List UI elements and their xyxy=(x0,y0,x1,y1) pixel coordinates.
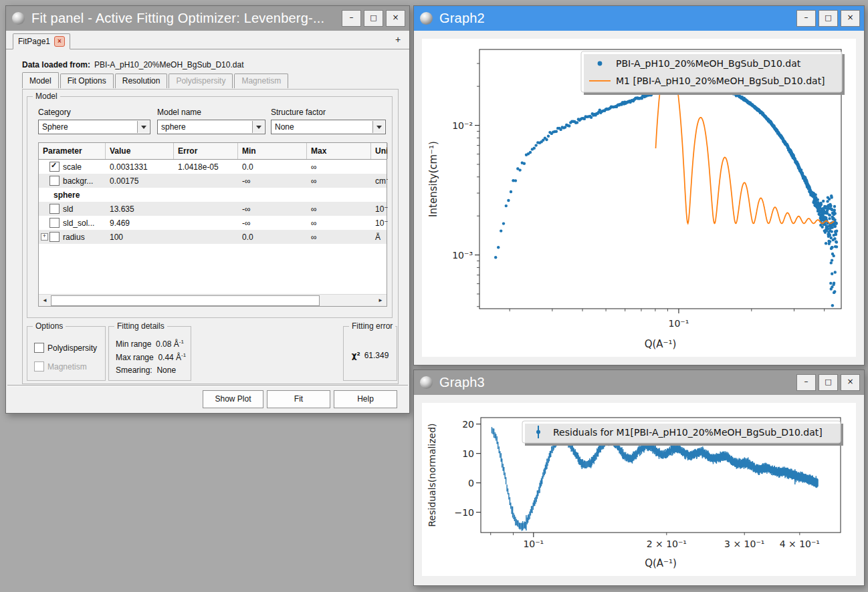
close-button[interactable]: × xyxy=(386,10,405,27)
tab-model[interactable]: Model xyxy=(22,72,59,88)
group-row-label: sphere xyxy=(39,190,306,200)
column-header-max[interactable]: Max xyxy=(307,143,371,159)
chevron-down-icon[interactable] xyxy=(372,121,385,133)
parameter-checkbox[interactable] xyxy=(49,232,60,242)
data-loaded-label: Data loaded from: xyxy=(22,60,90,69)
svg-text:Q(A⁻¹): Q(A⁻¹) xyxy=(645,338,677,350)
graph3-window-controls: –□× xyxy=(794,374,860,391)
svg-text:0: 0 xyxy=(468,478,474,488)
fitpage-tab-label: FitPage1 xyxy=(18,37,50,46)
options-groupbox-legend: Options xyxy=(33,321,66,331)
svg-text:20: 20 xyxy=(462,419,474,430)
fit-panel-titlebar[interactable]: Fit panel - Active Fitting Optimizer: Le… xyxy=(6,6,409,31)
category-value: Sphere xyxy=(42,122,68,132)
table-row-sld_sol[interactable]: sld_sol...9.469-∞∞10⁻⁶ xyxy=(39,216,387,230)
column-header-error[interactable]: Error xyxy=(174,143,238,159)
minimize-button[interactable]: – xyxy=(796,374,816,391)
tab-magnetism: Magnetism xyxy=(234,73,288,88)
table-row-radius[interactable]: +radius1000.0∞Å xyxy=(39,230,387,244)
action-button-row: Show PlotFitHelp xyxy=(6,389,409,409)
graph2-titlebar[interactable]: Graph2 –□× xyxy=(414,6,864,31)
sasview-sphere-icon xyxy=(420,12,433,25)
expand-icon[interactable]: + xyxy=(41,233,48,241)
parameter-max: ∞ xyxy=(307,204,371,214)
parameter-min: -∞ xyxy=(238,218,307,228)
option-row: Magnetism xyxy=(34,361,87,372)
svg-text:M1 [PBI-A_pH10_20%MeOH_BgSub_D: M1 [PBI-A_pH10_20%MeOH_BgSub_D10.dat] xyxy=(616,76,825,86)
close-button[interactable]: × xyxy=(841,10,860,27)
magnetism-label: Magnetism xyxy=(47,362,87,372)
fitting-detail-row: Min range 0.08 Å-1 xyxy=(116,339,184,349)
maximize-button[interactable]: □ xyxy=(364,10,383,27)
show-plot-button[interactable]: Show Plot xyxy=(203,390,263,408)
svg-text:PBI-A_pH10_20%MeOH_BgSub_D10.d: PBI-A_pH10_20%MeOH_BgSub_D10.dat xyxy=(616,58,801,69)
column-header-parameter[interactable]: Parameter xyxy=(39,143,106,159)
table-row-scale[interactable]: scale0.00313311.0418e-050.0∞ xyxy=(39,160,387,174)
parameter-name: sld xyxy=(63,204,73,214)
graph2-figure: 10⁻¹10⁻²10⁻³Q(A⁻¹)Intensity(cm⁻¹)PBI-A_p… xyxy=(422,39,856,357)
scroll-right-arrow-icon[interactable]: ► xyxy=(375,295,386,305)
parameter-max: ∞ xyxy=(307,176,371,186)
parameter-table[interactable]: ParameterValueErrorMinMaxUnits scale0.00… xyxy=(38,142,387,307)
tab-fit-options[interactable]: Fit Options xyxy=(60,73,114,88)
tab-polydispersity: Polydispersity xyxy=(169,73,233,88)
parameter-units: 10⁻⁶ xyxy=(371,218,388,228)
minimize-button[interactable]: – xyxy=(796,10,816,27)
parameter-name: radius xyxy=(63,233,85,242)
parameter-checkbox[interactable] xyxy=(49,162,60,172)
parameter-name: scale xyxy=(63,162,82,172)
chevron-down-icon[interactable] xyxy=(137,121,149,133)
table-row-sld[interactable]: sld13.635-∞∞10⁻⁶ xyxy=(39,202,387,216)
svg-text:Residuals for M1[PBI-A_pH10_20: Residuals for M1[PBI-A_pH10_20%MeOH_BgSu… xyxy=(553,427,823,438)
parameter-value[interactable]: 0.00175 xyxy=(106,176,174,186)
parameter-checkbox[interactable] xyxy=(49,218,60,228)
fit-button[interactable]: Fit xyxy=(267,390,330,408)
sasview-sphere-icon xyxy=(420,376,433,389)
add-tab-button[interactable]: + xyxy=(392,33,404,45)
scrollbar-thumb[interactable] xyxy=(51,295,320,306)
column-header-value[interactable]: Value xyxy=(106,143,174,159)
sasview-sphere-icon xyxy=(12,12,25,25)
table-row-sphere[interactable]: sphere xyxy=(39,188,387,202)
close-button[interactable]: × xyxy=(841,374,860,391)
fitpage-tab[interactable]: FitPage1 × xyxy=(13,33,70,49)
chevron-down-icon[interactable] xyxy=(252,121,264,133)
model-name-value: sphere xyxy=(161,122,186,132)
parameter-value[interactable]: 13.635 xyxy=(106,204,174,214)
svg-text:Intensity(cm⁻¹): Intensity(cm⁻¹) xyxy=(427,141,439,217)
table-row-backgr[interactable]: backgr...0.00175-∞∞cm⁻¹ xyxy=(39,174,387,188)
parameter-units: cm⁻¹ xyxy=(371,176,388,186)
parameter-checkbox[interactable] xyxy=(49,176,60,186)
parameter-value[interactable]: 9.469 xyxy=(106,218,174,228)
column-header-min[interactable]: Min xyxy=(238,143,307,159)
minimize-button[interactable]: – xyxy=(342,10,361,27)
graph2-window: Graph2 –□× 10⁻¹10⁻²10⁻³Q(A⁻¹)Intensity(c… xyxy=(413,5,865,365)
chi-squared-value: χ²61.349 xyxy=(344,351,397,360)
svg-text:10⁻²: 10⁻² xyxy=(452,120,473,131)
polydispersity-checkbox[interactable] xyxy=(34,343,44,353)
horizontal-scrollbar[interactable]: ◄ ► xyxy=(39,294,387,306)
parameter-value[interactable]: 0.0031331 xyxy=(106,162,174,172)
parameter-checkbox[interactable] xyxy=(49,204,60,214)
category-dropdown[interactable]: Sphere xyxy=(38,120,150,134)
graph2-title: Graph2 xyxy=(439,11,794,26)
option-row: Polydispersity xyxy=(34,343,97,353)
fit-panel-body: FitPage1 × + Data loaded from:PBI-A_pH10… xyxy=(6,31,409,413)
column-header-units[interactable]: Units xyxy=(371,143,388,159)
scroll-left-arrow-icon[interactable]: ◄ xyxy=(39,295,50,305)
svg-text:3 × 10⁻¹: 3 × 10⁻¹ xyxy=(724,539,764,549)
help-button[interactable]: Help xyxy=(334,390,397,408)
model-name-dropdown[interactable]: sphere xyxy=(157,120,265,134)
structure-factor-dropdown[interactable]: None xyxy=(271,120,386,134)
parameter-value[interactable]: 100 xyxy=(106,233,174,242)
graph3-titlebar[interactable]: Graph3 –□× xyxy=(414,370,864,395)
svg-text:10⁻¹: 10⁻¹ xyxy=(669,318,689,329)
graph3-title: Graph3 xyxy=(439,375,794,390)
fitting-error-groupbox: Fitting error χ²61.349 xyxy=(343,326,397,381)
maximize-button[interactable]: □ xyxy=(819,374,838,391)
structure-factor-value: None xyxy=(275,122,294,132)
parameter-table-header: ParameterValueErrorMinMaxUnits xyxy=(39,143,387,160)
maximize-button[interactable]: □ xyxy=(819,10,838,27)
tab-resolution[interactable]: Resolution xyxy=(115,73,168,88)
close-tab-icon[interactable]: × xyxy=(54,36,65,47)
